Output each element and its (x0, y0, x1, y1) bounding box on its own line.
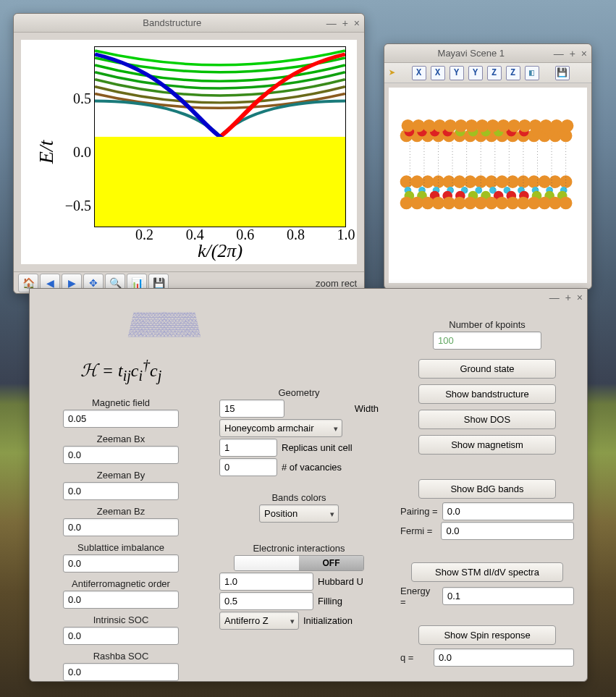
bandstructure-titlebar[interactable]: Bandstructure — + × (14, 14, 364, 33)
af-order-input[interactable] (63, 591, 179, 609)
zeeman-by-label: Zeeman By (97, 470, 145, 481)
energy-input[interactable] (442, 587, 574, 605)
kpoints-label: Number of kpoints (449, 319, 526, 330)
view-z-pos-icon[interactable]: Z (487, 66, 502, 80)
view-x-pos-icon[interactable]: X (412, 66, 426, 80)
isometric-icon[interactable]: ◧ (525, 66, 539, 80)
mayavi-toolbar: ➤ X X Y Y Z Z ◧ 💾 (384, 63, 591, 83)
view-x-neg-icon[interactable]: X (431, 66, 445, 80)
mayavi-title: Mayavi Scene 1 (389, 48, 554, 59)
bands-colors-label: Bands colors (271, 492, 326, 503)
fermi-input[interactable] (441, 522, 574, 540)
view-y-pos-icon[interactable]: Y (450, 66, 464, 80)
replicas-label: Replicas unit cell (282, 442, 353, 453)
minimize-icon[interactable]: — (326, 17, 337, 29)
rashba-soc-input[interactable] (63, 663, 179, 681)
view-z-neg-icon[interactable]: Z (506, 66, 520, 80)
width-label: Width (355, 403, 379, 414)
band-plot[interactable]: E/t 0.5 0.0 −0.5 (21, 40, 357, 264)
ground-state-button[interactable]: Ground state (418, 359, 556, 379)
hamiltonian-formula: ℋ = tijci†cj (80, 357, 161, 384)
bandstructure-title: Bandstructure (18, 17, 326, 28)
q-input[interactable] (434, 649, 574, 667)
show-stm-button[interactable]: Show STM dI/dV spectra (411, 562, 563, 582)
zeeman-bz-input[interactable] (63, 518, 179, 536)
save-scene-icon[interactable]: 💾 (555, 66, 570, 80)
initialization-select[interactable]: Antiferro Z (219, 612, 299, 630)
pipeline-icon[interactable]: ➤ (389, 66, 396, 80)
fermi-label: Fermi = (400, 525, 432, 536)
close-icon[interactable]: × (354, 17, 360, 29)
control-window: — + × ℋ = tijci†cj Magnetic field Zeeman… (29, 288, 588, 682)
replicas-input[interactable] (219, 439, 277, 457)
sublattice-label: Sublattice imbalance (77, 542, 164, 553)
vacancies-label: # of vacancies (282, 462, 342, 473)
minimize-icon[interactable]: — (549, 292, 560, 303)
show-magnetism-button[interactable]: Show magnetism (418, 435, 556, 455)
interactions-toggle[interactable]: OFF (234, 555, 364, 571)
initialization-label: Initialization (303, 615, 353, 626)
show-bandstructure-button[interactable]: Show bandstructure (418, 384, 556, 404)
hubbard-u-label: Hubbard U (318, 576, 363, 587)
bands-colors-select[interactable]: Position (259, 504, 339, 523)
bandstructure-window: Bandstructure — + × E/t 0.5 0.0 −0.5 (13, 13, 365, 294)
hubbard-u-input[interactable] (219, 573, 313, 591)
show-bdg-button[interactable]: Show BdG bands (418, 479, 556, 499)
lattice-select[interactable]: Honeycomb armchair (219, 419, 342, 437)
vacancies-input[interactable] (219, 458, 277, 476)
maximize-icon[interactable]: + (565, 292, 571, 303)
maximize-icon[interactable]: + (342, 17, 348, 29)
zeeman-bx-input[interactable] (63, 446, 179, 464)
minimize-icon[interactable]: — (554, 48, 564, 59)
close-icon[interactable]: × (577, 292, 583, 303)
geometry-label: Geometry (278, 387, 319, 398)
mayavi-scene[interactable] (389, 88, 587, 283)
show-dos-button[interactable]: Show DOS (418, 410, 556, 429)
filling-input[interactable] (219, 592, 313, 610)
plot-status: zoom rect (316, 278, 360, 289)
ytick: 0.5 (55, 90, 91, 107)
filling-label: Filling (318, 596, 342, 607)
plot-xlabel: k/(2π) (94, 240, 346, 262)
pairing-input[interactable] (442, 502, 574, 520)
zeeman-by-input[interactable] (63, 482, 179, 500)
magnetic-field-input[interactable] (63, 410, 179, 428)
magnetic-field-label: Magnetic field (92, 397, 150, 408)
q-label: q = (400, 652, 429, 663)
view-y-neg-icon[interactable]: Y (468, 66, 483, 80)
intrinsic-soc-label: Intrinsic SOC (93, 614, 149, 625)
kpoints-input[interactable] (433, 331, 541, 350)
ytick: 0.0 (55, 144, 91, 161)
ytick: −0.5 (55, 197, 91, 214)
interactions-off-label: OFF (299, 556, 363, 570)
pairing-label: Pairing = (400, 506, 438, 517)
rashba-soc-label: Rashba SOC (93, 651, 149, 662)
sublattice-input[interactable] (63, 554, 179, 573)
show-spin-response-button[interactable]: Show Spin response (418, 625, 556, 645)
lattice-thumbnail (128, 312, 201, 337)
zeeman-bx-label: Zeeman Bx (97, 434, 145, 444)
maximize-icon[interactable]: + (570, 48, 575, 59)
width-input[interactable] (219, 400, 284, 418)
mayavi-window: Mayavi Scene 1 — + × ➤ X X Y Y Z Z ◧ 💾 (384, 43, 592, 290)
close-icon[interactable]: × (581, 48, 587, 59)
electronic-interactions-label: Electronic interactions (253, 543, 345, 554)
zeeman-bz-label: Zeeman Bz (97, 506, 145, 517)
energy-label: Energy = (400, 586, 438, 607)
mayavi-titlebar[interactable]: Mayavi Scene 1 — + × (384, 44, 591, 63)
af-order-label: Antiferromagnetic order (72, 578, 170, 589)
intrinsic-soc-input[interactable] (63, 627, 179, 645)
